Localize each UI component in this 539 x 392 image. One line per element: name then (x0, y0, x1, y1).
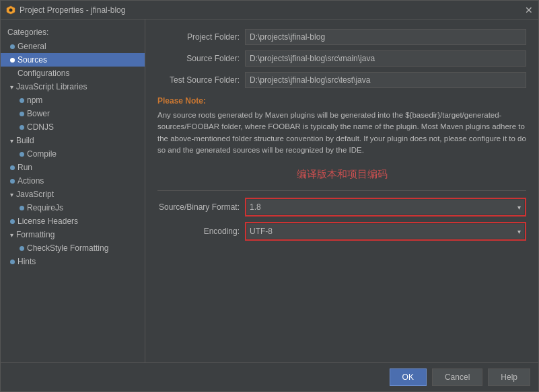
note-text: Any source roots generated by Maven plug… (157, 110, 526, 156)
test-source-folder-label: Test Source Folder: (157, 75, 245, 85)
help-button[interactable]: Help (488, 368, 530, 386)
source-folder-label: Source Folder: (157, 54, 245, 63)
sidebar-item-label: Actions (17, 176, 44, 186)
sidebar-item-label: RequireJs (27, 203, 63, 212)
sidebar-item-npm[interactable]: npm (1, 93, 145, 107)
source-binary-format-wrapper: 1.8 1.7 1.6 1.5 ▾ (245, 198, 526, 217)
sidebar-item-hints[interactable]: Hints (1, 255, 145, 268)
source-binary-format-row: Source/Binary Format: 1.8 1.7 1.6 1.5 ▾ (157, 198, 526, 217)
footer: OK Cancel Help (1, 362, 538, 391)
bullet-icon (20, 152, 24, 157)
sidebar-item-run[interactable]: Run (1, 161, 145, 174)
encoding-row: Encoding: UTF-8 UTF-16 ISO-8859-1 ▾ (157, 222, 526, 241)
encoding-wrapper: UTF-8 UTF-16 ISO-8859-1 ▾ (245, 222, 526, 241)
sidebar-item-compile[interactable]: Compile (1, 147, 145, 161)
bullet-icon (10, 219, 15, 224)
sidebar-item-label: npm (27, 95, 42, 105)
bullet-icon (10, 44, 15, 49)
bullet-icon (20, 246, 24, 251)
sidebar-item-requirejs[interactable]: RequireJs (1, 201, 145, 214)
arrow-icon: ▾ (10, 231, 13, 239)
source-folder-input[interactable] (245, 50, 526, 67)
cancel-button[interactable]: Cancel (432, 368, 482, 386)
bullet-icon (20, 98, 24, 103)
sidebar-item-label: General (17, 42, 46, 51)
categories-label: Categories: (1, 25, 145, 40)
sidebar-item-label: JavaScript (16, 190, 54, 199)
close-button[interactable]: ✕ (525, 5, 533, 15)
sidebar-item-build[interactable]: ▾ Build (1, 134, 145, 147)
sidebar-item-actions[interactable]: Actions (1, 174, 145, 188)
sidebar-item-configurations[interactable]: Configurations (1, 67, 145, 80)
bullet-icon (20, 125, 24, 130)
bullet-icon (10, 260, 15, 264)
sidebar-item-general[interactable]: General (1, 40, 145, 53)
sidebar-item-sources[interactable]: Sources (1, 53, 145, 67)
sidebar: Categories: General Sources Configuratio… (1, 19, 145, 362)
bullet-icon (10, 165, 15, 170)
sidebar-item-formatting[interactable]: ▾ Formatting (1, 228, 145, 241)
svg-point-1 (9, 8, 13, 11)
arrow-icon: ▾ (10, 137, 13, 145)
test-source-folder-row: Test Source Folder: (157, 72, 526, 88)
bullet-icon (10, 58, 15, 63)
app-icon (6, 5, 15, 15)
sidebar-item-label: CDNJS (27, 122, 54, 132)
test-source-folder-input[interactable] (245, 72, 526, 88)
bullet-icon (20, 112, 24, 116)
sidebar-item-label: Build (16, 136, 34, 145)
titlebar: Project Properties - jfinal-blog ✕ (1, 1, 538, 19)
arrow-icon: ▾ (10, 191, 13, 198)
project-folder-input[interactable] (245, 29, 526, 45)
arrow-icon: ▾ (10, 83, 13, 91)
sidebar-item-bower[interactable]: Bower (1, 107, 145, 120)
sidebar-item-label: Bower (27, 109, 50, 118)
note-section: Please Note: Any source roots generated … (157, 96, 526, 156)
encoding-select[interactable]: UTF-8 UTF-16 ISO-8859-1 (247, 224, 524, 239)
note-title: Please Note: (157, 96, 526, 106)
encoding-label: Encoding: (157, 227, 245, 236)
sidebar-item-label: Compile (27, 149, 57, 159)
content-area: Categories: General Sources Configuratio… (1, 19, 538, 362)
sidebar-item-label: Sources (17, 55, 47, 65)
main-panel: Project Folder: Source Folder: Test Sour… (145, 19, 538, 362)
source-binary-format-select[interactable]: 1.8 1.7 1.6 1.5 (247, 200, 524, 214)
project-folder-row: Project Folder: (157, 29, 526, 45)
sidebar-item-label: Formatting (16, 230, 55, 239)
ok-button[interactable]: OK (390, 368, 427, 386)
source-binary-format-label: Source/Binary Format: (157, 202, 245, 212)
sidebar-item-label: Run (17, 163, 32, 172)
sidebar-item-label: Hints (17, 257, 36, 266)
divider (157, 190, 526, 191)
sidebar-item-label: Configurations (17, 69, 69, 78)
bullet-icon (10, 179, 15, 184)
sidebar-item-javascript[interactable]: ▾ JavaScript (1, 188, 145, 201)
sidebar-item-cdnjs[interactable]: CDNJS (1, 120, 145, 134)
sidebar-item-js-libraries[interactable]: ▾ JavaScript Libraries (1, 80, 145, 93)
sidebar-item-license-headers[interactable]: License Headers (1, 214, 145, 228)
dialog-title: Project Properties - jfinal-blog (20, 5, 125, 15)
highlight-text: 编译版本和项目编码 (157, 168, 526, 181)
sidebar-item-label: CheckStyle Formatting (27, 243, 108, 253)
bullet-icon (20, 206, 24, 210)
sidebar-item-checkstyle[interactable]: CheckStyle Formatting (1, 241, 145, 255)
project-properties-dialog: Project Properties - jfinal-blog ✕ Categ… (0, 0, 539, 392)
titlebar-left: Project Properties - jfinal-blog (6, 5, 125, 15)
source-folder-row: Source Folder: (157, 50, 526, 67)
project-folder-label: Project Folder: (157, 32, 245, 42)
sidebar-item-label: License Headers (17, 217, 78, 226)
sidebar-item-label: JavaScript Libraries (16, 82, 87, 91)
